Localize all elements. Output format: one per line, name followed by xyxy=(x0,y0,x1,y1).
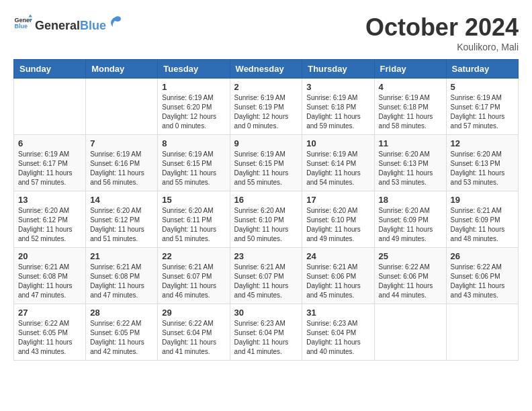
day-info: Sunrise: 6:20 AM Sunset: 6:11 PM Dayligh… xyxy=(162,206,225,244)
calendar-cell: 21Sunrise: 6:21 AM Sunset: 6:08 PM Dayli… xyxy=(86,248,158,304)
day-number: 23 xyxy=(234,251,298,261)
day-number: 29 xyxy=(162,308,225,318)
calendar-cell: 20Sunrise: 6:21 AM Sunset: 6:08 PM Dayli… xyxy=(14,248,86,304)
day-info: Sunrise: 6:20 AM Sunset: 6:09 PM Dayligh… xyxy=(379,206,442,244)
day-number: 16 xyxy=(234,195,298,205)
day-number: 17 xyxy=(306,195,369,205)
page-header: General Blue General Blue October 2024 K… xyxy=(13,13,519,52)
day-info: Sunrise: 6:20 AM Sunset: 6:10 PM Dayligh… xyxy=(306,206,369,244)
calendar-week-4: 20Sunrise: 6:21 AM Sunset: 6:08 PM Dayli… xyxy=(14,248,519,304)
calendar-cell: 3Sunrise: 6:19 AM Sunset: 6:18 PM Daylig… xyxy=(302,79,374,135)
day-header-wednesday: Wednesday xyxy=(230,60,302,79)
logo-blue: Blue xyxy=(80,19,106,32)
calendar-cell xyxy=(14,79,86,135)
calendar-cell: 24Sunrise: 6:21 AM Sunset: 6:06 PM Dayli… xyxy=(302,248,374,304)
logo-icon: General Blue xyxy=(13,13,32,32)
calendar-cell: 8Sunrise: 6:19 AM Sunset: 6:15 PM Daylig… xyxy=(158,135,230,191)
day-info: Sunrise: 6:19 AM Sunset: 6:17 PM Dayligh… xyxy=(451,93,514,131)
day-info: Sunrise: 6:19 AM Sunset: 6:15 PM Dayligh… xyxy=(234,150,298,187)
day-number: 19 xyxy=(451,195,514,205)
day-number: 21 xyxy=(90,251,153,261)
day-number: 6 xyxy=(18,138,81,148)
svg-text:Blue: Blue xyxy=(14,23,28,30)
title-section: October 2024 Koulikoro, Mali xyxy=(365,13,519,52)
day-number: 31 xyxy=(306,308,369,318)
day-info: Sunrise: 6:19 AM Sunset: 6:16 PM Dayligh… xyxy=(90,150,153,187)
day-header-friday: Friday xyxy=(374,60,446,79)
day-number: 22 xyxy=(162,251,225,261)
calendar-cell: 30Sunrise: 6:23 AM Sunset: 6:04 PM Dayli… xyxy=(230,304,302,361)
calendar-cell xyxy=(446,304,518,361)
day-number: 5 xyxy=(451,82,514,92)
day-info: Sunrise: 6:21 AM Sunset: 6:07 PM Dayligh… xyxy=(162,263,225,300)
day-info: Sunrise: 6:23 AM Sunset: 6:04 PM Dayligh… xyxy=(306,319,369,357)
calendar-cell: 11Sunrise: 6:20 AM Sunset: 6:13 PM Dayli… xyxy=(374,135,446,191)
calendar-cell: 12Sunrise: 6:20 AM Sunset: 6:13 PM Dayli… xyxy=(446,135,518,191)
day-info: Sunrise: 6:22 AM Sunset: 6:05 PM Dayligh… xyxy=(90,319,153,357)
day-info: Sunrise: 6:20 AM Sunset: 6:12 PM Dayligh… xyxy=(90,206,153,244)
calendar-cell: 22Sunrise: 6:21 AM Sunset: 6:07 PM Dayli… xyxy=(158,248,230,304)
day-info: Sunrise: 6:22 AM Sunset: 6:05 PM Dayligh… xyxy=(18,319,81,357)
day-number: 14 xyxy=(90,195,153,205)
calendar-cell: 29Sunrise: 6:22 AM Sunset: 6:04 PM Dayli… xyxy=(158,304,230,361)
calendar-cell: 31Sunrise: 6:23 AM Sunset: 6:04 PM Dayli… xyxy=(302,304,374,361)
day-info: Sunrise: 6:19 AM Sunset: 6:20 PM Dayligh… xyxy=(162,93,225,131)
calendar-cell: 1Sunrise: 6:19 AM Sunset: 6:20 PM Daylig… xyxy=(158,79,230,135)
day-number: 9 xyxy=(234,138,298,148)
day-number: 8 xyxy=(162,138,225,148)
calendar-cell: 23Sunrise: 6:21 AM Sunset: 6:07 PM Dayli… xyxy=(230,248,302,304)
day-info: Sunrise: 6:22 AM Sunset: 6:04 PM Dayligh… xyxy=(162,319,225,357)
day-info: Sunrise: 6:20 AM Sunset: 6:12 PM Dayligh… xyxy=(18,206,81,244)
calendar-week-5: 27Sunrise: 6:22 AM Sunset: 6:05 PM Dayli… xyxy=(14,304,519,361)
calendar-cell: 13Sunrise: 6:20 AM Sunset: 6:12 PM Dayli… xyxy=(14,191,86,248)
day-number: 12 xyxy=(451,138,514,148)
day-info: Sunrise: 6:21 AM Sunset: 6:07 PM Dayligh… xyxy=(234,263,298,300)
calendar-cell: 15Sunrise: 6:20 AM Sunset: 6:11 PM Dayli… xyxy=(158,191,230,248)
day-header-saturday: Saturday xyxy=(446,60,518,79)
calendar-cell: 17Sunrise: 6:20 AM Sunset: 6:10 PM Dayli… xyxy=(302,191,374,248)
day-number: 24 xyxy=(306,251,369,261)
day-info: Sunrise: 6:19 AM Sunset: 6:17 PM Dayligh… xyxy=(18,150,81,187)
month-title: October 2024 xyxy=(365,13,519,42)
day-number: 27 xyxy=(18,308,81,318)
calendar-week-3: 13Sunrise: 6:20 AM Sunset: 6:12 PM Dayli… xyxy=(14,191,519,248)
day-info: Sunrise: 6:23 AM Sunset: 6:04 PM Dayligh… xyxy=(234,319,298,357)
calendar-table: SundayMondayTuesdayWednesdayThursdayFrid… xyxy=(13,59,519,361)
day-info: Sunrise: 6:20 AM Sunset: 6:13 PM Dayligh… xyxy=(379,150,442,187)
calendar-cell xyxy=(86,79,158,135)
day-number: 20 xyxy=(18,251,81,261)
day-info: Sunrise: 6:21 AM Sunset: 6:08 PM Dayligh… xyxy=(18,263,81,300)
calendar-cell: 6Sunrise: 6:19 AM Sunset: 6:17 PM Daylig… xyxy=(14,135,86,191)
day-number: 1 xyxy=(162,82,225,92)
day-info: Sunrise: 6:19 AM Sunset: 6:19 PM Dayligh… xyxy=(234,93,298,131)
day-header-sunday: Sunday xyxy=(14,60,86,79)
calendar-cell: 4Sunrise: 6:19 AM Sunset: 6:18 PM Daylig… xyxy=(374,79,446,135)
calendar-cell: 9Sunrise: 6:19 AM Sunset: 6:15 PM Daylig… xyxy=(230,135,302,191)
day-info: Sunrise: 6:21 AM Sunset: 6:08 PM Dayligh… xyxy=(90,263,153,300)
day-header-monday: Monday xyxy=(86,60,158,79)
calendar-cell: 14Sunrise: 6:20 AM Sunset: 6:12 PM Dayli… xyxy=(86,191,158,248)
calendar-week-1: 1Sunrise: 6:19 AM Sunset: 6:20 PM Daylig… xyxy=(14,79,519,135)
day-number: 30 xyxy=(234,308,298,318)
calendar-cell: 28Sunrise: 6:22 AM Sunset: 6:05 PM Dayli… xyxy=(86,304,158,361)
day-info: Sunrise: 6:21 AM Sunset: 6:06 PM Dayligh… xyxy=(306,263,369,300)
day-number: 7 xyxy=(90,138,153,148)
calendar-cell: 7Sunrise: 6:19 AM Sunset: 6:16 PM Daylig… xyxy=(86,135,158,191)
logo: General Blue General Blue xyxy=(13,13,122,32)
calendar-cell: 2Sunrise: 6:19 AM Sunset: 6:19 PM Daylig… xyxy=(230,79,302,135)
day-info: Sunrise: 6:22 AM Sunset: 6:06 PM Dayligh… xyxy=(451,263,514,300)
day-number: 15 xyxy=(162,195,225,205)
calendar-cell: 5Sunrise: 6:19 AM Sunset: 6:17 PM Daylig… xyxy=(446,79,518,135)
logo-general: General xyxy=(35,19,80,32)
day-number: 28 xyxy=(90,308,153,318)
day-number: 25 xyxy=(379,251,442,261)
day-info: Sunrise: 6:19 AM Sunset: 6:15 PM Dayligh… xyxy=(162,150,225,187)
day-info: Sunrise: 6:22 AM Sunset: 6:06 PM Dayligh… xyxy=(379,263,442,300)
day-info: Sunrise: 6:20 AM Sunset: 6:10 PM Dayligh… xyxy=(234,206,298,244)
calendar-week-2: 6Sunrise: 6:19 AM Sunset: 6:17 PM Daylig… xyxy=(14,135,519,191)
location: Koulikoro, Mali xyxy=(365,42,519,52)
day-number: 13 xyxy=(18,195,81,205)
calendar-cell: 26Sunrise: 6:22 AM Sunset: 6:06 PM Dayli… xyxy=(446,248,518,304)
calendar-cell: 19Sunrise: 6:21 AM Sunset: 6:09 PM Dayli… xyxy=(446,191,518,248)
calendar-cell: 27Sunrise: 6:22 AM Sunset: 6:05 PM Dayli… xyxy=(14,304,86,361)
